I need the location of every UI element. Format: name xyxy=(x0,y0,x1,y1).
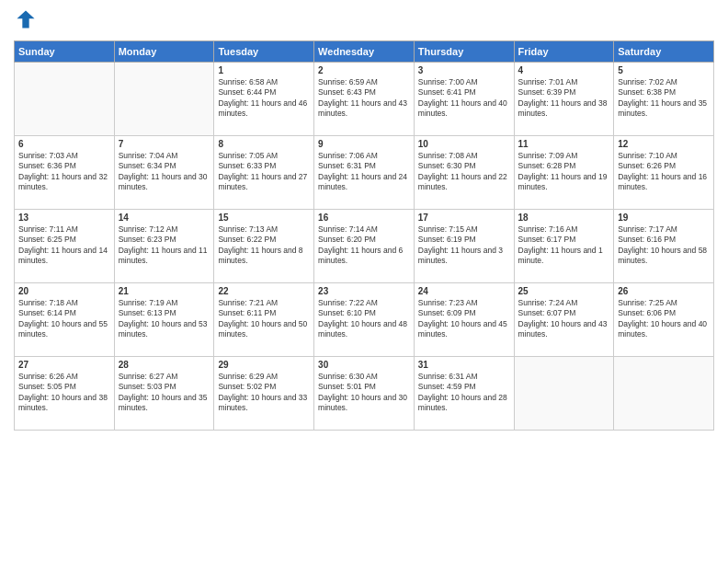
calendar-week-3: 13Sunrise: 7:11 AM Sunset: 6:25 PM Dayli… xyxy=(15,210,714,283)
calendar-cell: 12Sunrise: 7:10 AM Sunset: 6:26 PM Dayli… xyxy=(614,136,714,210)
day-info: Sunrise: 6:27 AM Sunset: 5:03 PM Dayligh… xyxy=(119,372,210,414)
day-info: Sunrise: 6:59 AM Sunset: 6:43 PM Dayligh… xyxy=(318,77,410,120)
day-number: 2 xyxy=(318,65,410,75)
day-number: 27 xyxy=(18,360,110,370)
day-info: Sunrise: 6:58 AM Sunset: 6:44 PM Dayligh… xyxy=(218,77,310,120)
day-info: Sunrise: 7:23 AM Sunset: 6:09 PM Dayligh… xyxy=(418,298,510,340)
day-number: 17 xyxy=(418,213,510,223)
calendar-cell: 28Sunrise: 6:27 AM Sunset: 5:03 PM Dayli… xyxy=(114,357,214,431)
calendar-cell: 26Sunrise: 7:25 AM Sunset: 6:06 PM Dayli… xyxy=(614,283,714,357)
day-number: 13 xyxy=(18,213,110,223)
calendar-cell xyxy=(15,63,115,136)
column-header-friday: Friday xyxy=(514,41,614,63)
calendar-cell: 31Sunrise: 6:31 AM Sunset: 4:59 PM Dayli… xyxy=(414,357,514,431)
day-info: Sunrise: 7:18 AM Sunset: 6:14 PM Dayligh… xyxy=(18,298,110,340)
day-number: 29 xyxy=(218,360,310,370)
logo xyxy=(14,9,36,33)
calendar-cell: 22Sunrise: 7:21 AM Sunset: 6:11 PM Dayli… xyxy=(214,283,314,357)
day-info: Sunrise: 7:19 AM Sunset: 6:13 PM Dayligh… xyxy=(119,298,210,340)
day-number: 18 xyxy=(518,213,610,223)
logo-icon xyxy=(16,9,36,29)
calendar-week-1: 1Sunrise: 6:58 AM Sunset: 6:44 PM Daylig… xyxy=(15,63,714,136)
calendar-cell: 18Sunrise: 7:16 AM Sunset: 6:17 PM Dayli… xyxy=(514,210,614,283)
calendar-week-5: 27Sunrise: 6:26 AM Sunset: 5:05 PM Dayli… xyxy=(15,357,714,431)
calendar-cell xyxy=(114,63,214,136)
day-number: 12 xyxy=(618,139,710,149)
day-number: 14 xyxy=(119,213,210,223)
calendar-cell xyxy=(614,357,714,431)
calendar-cell: 19Sunrise: 7:17 AM Sunset: 6:16 PM Dayli… xyxy=(614,210,714,283)
day-number: 7 xyxy=(119,139,210,149)
day-info: Sunrise: 7:17 AM Sunset: 6:16 PM Dayligh… xyxy=(618,224,710,267)
day-number: 22 xyxy=(218,286,310,296)
calendar-header-row: SundayMondayTuesdayWednesdayThursdayFrid… xyxy=(15,41,714,63)
day-number: 26 xyxy=(618,286,710,296)
day-number: 6 xyxy=(18,139,110,149)
day-number: 1 xyxy=(218,65,310,75)
calendar-cell: 4Sunrise: 7:01 AM Sunset: 6:39 PM Daylig… xyxy=(514,63,614,136)
calendar-cell: 27Sunrise: 6:26 AM Sunset: 5:05 PM Dayli… xyxy=(15,357,115,431)
calendar-cell: 8Sunrise: 7:05 AM Sunset: 6:33 PM Daylig… xyxy=(214,136,314,210)
calendar-cell: 7Sunrise: 7:04 AM Sunset: 6:34 PM Daylig… xyxy=(114,136,214,210)
day-number: 10 xyxy=(418,139,510,149)
day-info: Sunrise: 6:29 AM Sunset: 5:02 PM Dayligh… xyxy=(218,372,310,414)
page-header xyxy=(14,9,714,33)
column-header-monday: Monday xyxy=(114,41,214,63)
day-info: Sunrise: 7:24 AM Sunset: 6:07 PM Dayligh… xyxy=(518,298,610,340)
day-info: Sunrise: 7:10 AM Sunset: 6:26 PM Dayligh… xyxy=(618,151,710,193)
svg-marker-0 xyxy=(17,10,34,28)
day-info: Sunrise: 7:05 AM Sunset: 6:33 PM Dayligh… xyxy=(218,151,310,193)
calendar-cell: 1Sunrise: 6:58 AM Sunset: 6:44 PM Daylig… xyxy=(214,63,314,136)
day-info: Sunrise: 7:25 AM Sunset: 6:06 PM Dayligh… xyxy=(618,298,710,340)
calendar-cell: 23Sunrise: 7:22 AM Sunset: 6:10 PM Dayli… xyxy=(314,283,415,357)
column-header-wednesday: Wednesday xyxy=(314,41,415,63)
day-info: Sunrise: 7:15 AM Sunset: 6:19 PM Dayligh… xyxy=(418,224,510,267)
day-info: Sunrise: 7:03 AM Sunset: 6:36 PM Dayligh… xyxy=(18,151,110,193)
calendar-cell: 11Sunrise: 7:09 AM Sunset: 6:28 PM Dayli… xyxy=(514,136,614,210)
calendar-cell: 15Sunrise: 7:13 AM Sunset: 6:22 PM Dayli… xyxy=(214,210,314,283)
calendar-week-4: 20Sunrise: 7:18 AM Sunset: 6:14 PM Dayli… xyxy=(15,283,714,357)
day-info: Sunrise: 6:30 AM Sunset: 5:01 PM Dayligh… xyxy=(318,372,410,414)
day-info: Sunrise: 7:21 AM Sunset: 6:11 PM Dayligh… xyxy=(218,298,310,340)
calendar-cell xyxy=(514,357,614,431)
day-number: 15 xyxy=(218,213,310,223)
calendar-cell: 20Sunrise: 7:18 AM Sunset: 6:14 PM Dayli… xyxy=(15,283,115,357)
calendar-cell: 10Sunrise: 7:08 AM Sunset: 6:30 PM Dayli… xyxy=(414,136,514,210)
calendar-cell: 13Sunrise: 7:11 AM Sunset: 6:25 PM Dayli… xyxy=(15,210,115,283)
day-info: Sunrise: 7:04 AM Sunset: 6:34 PM Dayligh… xyxy=(119,151,210,193)
day-number: 20 xyxy=(18,286,110,296)
day-number: 5 xyxy=(618,65,710,75)
day-number: 21 xyxy=(119,286,210,296)
calendar-cell: 9Sunrise: 7:06 AM Sunset: 6:31 PM Daylig… xyxy=(314,136,415,210)
column-header-sunday: Sunday xyxy=(15,41,115,63)
calendar-cell: 5Sunrise: 7:02 AM Sunset: 6:38 PM Daylig… xyxy=(614,63,714,136)
calendar-cell: 16Sunrise: 7:14 AM Sunset: 6:20 PM Dayli… xyxy=(314,210,415,283)
day-info: Sunrise: 7:09 AM Sunset: 6:28 PM Dayligh… xyxy=(518,151,610,193)
calendar-cell: 2Sunrise: 6:59 AM Sunset: 6:43 PM Daylig… xyxy=(314,63,415,136)
calendar-cell: 17Sunrise: 7:15 AM Sunset: 6:19 PM Dayli… xyxy=(414,210,514,283)
day-number: 30 xyxy=(318,360,410,370)
day-info: Sunrise: 7:08 AM Sunset: 6:30 PM Dayligh… xyxy=(418,151,510,193)
calendar-cell: 30Sunrise: 6:30 AM Sunset: 5:01 PM Dayli… xyxy=(314,357,415,431)
calendar-cell: 24Sunrise: 7:23 AM Sunset: 6:09 PM Dayli… xyxy=(414,283,514,357)
day-number: 19 xyxy=(618,213,710,223)
day-number: 11 xyxy=(518,139,610,149)
day-number: 25 xyxy=(518,286,610,296)
column-header-tuesday: Tuesday xyxy=(214,41,314,63)
day-number: 16 xyxy=(318,213,410,223)
day-info: Sunrise: 7:14 AM Sunset: 6:20 PM Dayligh… xyxy=(318,224,410,267)
day-info: Sunrise: 7:16 AM Sunset: 6:17 PM Dayligh… xyxy=(518,224,610,267)
calendar-week-2: 6Sunrise: 7:03 AM Sunset: 6:36 PM Daylig… xyxy=(15,136,714,210)
day-info: Sunrise: 7:13 AM Sunset: 6:22 PM Dayligh… xyxy=(218,224,310,267)
column-header-saturday: Saturday xyxy=(614,41,714,63)
day-info: Sunrise: 7:11 AM Sunset: 6:25 PM Dayligh… xyxy=(18,224,110,267)
calendar-cell: 6Sunrise: 7:03 AM Sunset: 6:36 PM Daylig… xyxy=(15,136,115,210)
calendar-table: SundayMondayTuesdayWednesdayThursdayFrid… xyxy=(14,40,714,431)
day-number: 23 xyxy=(318,286,410,296)
column-header-thursday: Thursday xyxy=(414,41,514,63)
day-info: Sunrise: 7:00 AM Sunset: 6:41 PM Dayligh… xyxy=(418,77,510,120)
day-info: Sunrise: 7:01 AM Sunset: 6:39 PM Dayligh… xyxy=(518,77,610,120)
day-info: Sunrise: 6:26 AM Sunset: 5:05 PM Dayligh… xyxy=(18,372,110,414)
day-number: 8 xyxy=(218,139,310,149)
day-info: Sunrise: 7:06 AM Sunset: 6:31 PM Dayligh… xyxy=(318,151,410,193)
